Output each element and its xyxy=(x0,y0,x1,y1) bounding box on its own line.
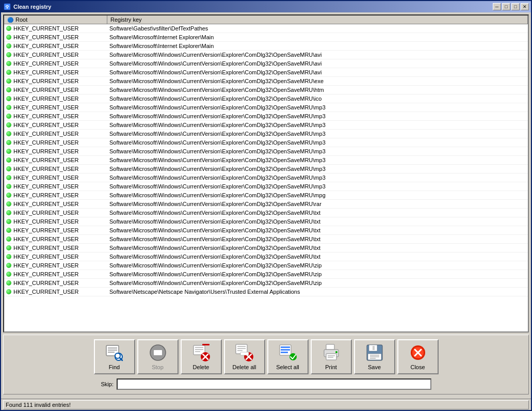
root-text: HKEY_CURRENT_USER xyxy=(13,34,79,40)
table-row[interactable]: HKEY_CURRENT_USER Software\Microsoft\Win… xyxy=(4,261,528,270)
row-key-cell: Software\Microsoft\Windows\CurrentVersio… xyxy=(107,271,528,277)
row-root-cell: HKEY_CURRENT_USER xyxy=(4,60,107,67)
row-root-cell: HKEY_CURRENT_USER xyxy=(4,227,107,233)
row-root-cell: HKEY_CURRENT_USER xyxy=(4,218,107,225)
row-key-cell: Software\Microsoft\Windows\CurrentVersio… xyxy=(107,78,528,84)
table-row[interactable]: HKEY_CURRENT_USER Software\Microsoft\Win… xyxy=(4,226,528,235)
status-dot xyxy=(6,140,11,145)
status-dot xyxy=(6,166,11,171)
row-key-cell: Software\Microsoft\Internet Explorer\Mai… xyxy=(107,34,528,40)
table-row[interactable]: HKEY_CURRENT_USER Software\Microsoft\Win… xyxy=(4,209,528,217)
root-text: HKEY_CURRENT_USER xyxy=(13,104,79,110)
table-row[interactable]: HKEY_CURRENT_USER Software\Microsoft\Win… xyxy=(4,244,528,252)
table-row[interactable]: HKEY_CURRENT_USER Software\Microsoft\Int… xyxy=(4,42,528,51)
row-root-cell: HKEY_CURRENT_USER xyxy=(4,201,107,207)
root-text: HKEY_CURRENT_USER xyxy=(13,113,79,119)
svg-rect-40 xyxy=(373,346,375,350)
registry-list-panel: 🔵 Root Registry key HKEY_CURRENT_USER So… xyxy=(3,14,529,333)
svg-point-1 xyxy=(7,7,8,9)
status-dot xyxy=(6,70,11,75)
skip-input[interactable] xyxy=(117,378,431,390)
table-row[interactable]: HKEY_CURRENT_USER Software\Microsoft\Win… xyxy=(4,103,528,112)
table-row[interactable]: HKEY_CURRENT_USER Software\Netscape\Nets… xyxy=(4,288,528,296)
table-row[interactable]: HKEY_CURRENT_USER Software\Microsoft\Win… xyxy=(4,68,528,77)
table-row[interactable]: HKEY_CURRENT_USER Software\Microsoft\Win… xyxy=(4,200,528,209)
table-row[interactable]: HKEY_CURRENT_USER Software\Microsoft\Win… xyxy=(4,270,528,279)
root-text: HKEY_CURRENT_USER xyxy=(13,280,79,286)
list-header: 🔵 Root Registry key xyxy=(4,15,528,24)
row-key-cell: Software\Microsoft\Windows\CurrentVersio… xyxy=(107,192,528,198)
delete-all-button[interactable]: Delete all xyxy=(224,339,265,374)
stop-label: Stop xyxy=(152,364,164,370)
table-row[interactable]: HKEY_CURRENT_USER Software\Microsoft\Win… xyxy=(4,121,528,130)
table-row[interactable]: HKEY_CURRENT_USER Software\Microsoft\Win… xyxy=(4,235,528,244)
find-label: Find xyxy=(109,364,120,370)
table-row[interactable]: HKEY_CURRENT_USER Software\Microsoft\Win… xyxy=(4,94,528,103)
root-text: HKEY_CURRENT_USER xyxy=(13,183,79,189)
table-row[interactable]: HKEY_CURRENT_USER Software\Microsoft\Win… xyxy=(4,217,528,226)
table-row[interactable]: HKEY_CURRENT_USER Software\Microsoft\Win… xyxy=(4,147,528,156)
svg-rect-18 xyxy=(202,344,209,345)
row-root-cell: HKEY_CURRENT_USER xyxy=(4,245,107,251)
root-text: HKEY_CURRENT_USER xyxy=(13,218,79,225)
list-body[interactable]: HKEY_CURRENT_USER Software\Gabest\vsfilt… xyxy=(4,24,528,331)
root-text: HKEY_CURRENT_USER xyxy=(13,210,79,216)
table-row[interactable]: HKEY_CURRENT_USER Software\Microsoft\Win… xyxy=(4,165,528,173)
status-dot xyxy=(6,52,11,57)
table-row[interactable]: HKEY_CURRENT_USER Software\Microsoft\Win… xyxy=(4,252,528,261)
table-row[interactable]: HKEY_CURRENT_USER Software\Microsoft\Win… xyxy=(4,59,528,68)
status-dot xyxy=(6,245,11,250)
table-row[interactable]: HKEY_CURRENT_USER Software\Microsoft\Win… xyxy=(4,77,528,86)
status-dot xyxy=(6,35,11,40)
table-row[interactable]: HKEY_CURRENT_USER Software\Microsoft\Win… xyxy=(4,182,528,191)
maximize-button[interactable]: □ xyxy=(511,3,520,10)
row-root-cell: HKEY_CURRENT_USER xyxy=(4,271,107,277)
row-root-cell: HKEY_CURRENT_USER xyxy=(4,87,107,93)
row-root-cell: HKEY_CURRENT_USER xyxy=(4,157,107,163)
svg-rect-26 xyxy=(240,352,249,355)
restore-button[interactable]: □ xyxy=(502,3,510,10)
row-root-cell: HKEY_CURRENT_USER xyxy=(4,104,107,110)
window-controls: ─ □ □ ✕ xyxy=(493,3,529,10)
status-dot xyxy=(6,122,11,128)
table-row[interactable]: HKEY_CURRENT_USER Software\Microsoft\Win… xyxy=(4,112,528,121)
status-dot xyxy=(6,157,11,163)
table-row[interactable]: HKEY_CURRENT_USER Software\Gabest\vsfilt… xyxy=(4,24,528,33)
root-text: HKEY_CURRENT_USER xyxy=(13,192,79,198)
title-bar: Clean registry ─ □ □ ✕ xyxy=(1,1,531,12)
row-key-cell: Software\Microsoft\Internet Explorer\Mai… xyxy=(107,43,528,49)
save-button[interactable]: Save xyxy=(354,339,395,374)
table-row[interactable]: HKEY_CURRENT_USER Software\Microsoft\Int… xyxy=(4,33,528,42)
delete-button[interactable]: Delete xyxy=(181,339,222,374)
find-button[interactable]: Find xyxy=(94,339,135,374)
select-all-button[interactable]: Select all xyxy=(267,339,309,374)
app-icon xyxy=(3,3,11,11)
stop-button[interactable]: Stop xyxy=(137,339,179,374)
row-key-cell: Software\Microsoft\Windows\CurrentVersio… xyxy=(107,104,528,110)
table-row[interactable]: HKEY_CURRENT_USER Software\Microsoft\Win… xyxy=(4,173,528,182)
find-icon xyxy=(105,343,124,362)
row-key-cell: Software\Microsoft\Windows\CurrentVersio… xyxy=(107,262,528,268)
minimize-button[interactable]: ─ xyxy=(493,3,501,10)
root-text: HKEY_CURRENT_USER xyxy=(13,201,79,207)
row-key-cell: Software\Microsoft\Windows\CurrentVersio… xyxy=(107,175,528,181)
root-text: HKEY_CURRENT_USER xyxy=(13,254,79,260)
svg-rect-10 xyxy=(154,350,162,355)
table-row[interactable]: HKEY_CURRENT_USER Software\Microsoft\Win… xyxy=(4,156,528,165)
row-key-cell: Software\Microsoft\Windows\CurrentVersio… xyxy=(107,113,528,119)
table-row[interactable]: HKEY_CURRENT_USER Software\Microsoft\Win… xyxy=(4,191,528,200)
root-text: HKEY_CURRENT_USER xyxy=(13,262,79,268)
table-row[interactable]: HKEY_CURRENT_USER Software\Microsoft\Win… xyxy=(4,51,528,59)
table-row[interactable]: HKEY_CURRENT_USER Software\Microsoft\Win… xyxy=(4,86,528,94)
table-row[interactable]: HKEY_CURRENT_USER Software\Microsoft\Win… xyxy=(4,130,528,138)
row-key-cell: Software\Microsoft\Windows\CurrentVersio… xyxy=(107,52,528,58)
row-root-cell: HKEY_CURRENT_USER xyxy=(4,254,107,260)
close-window-button[interactable]: ✕ xyxy=(521,3,529,10)
table-row[interactable]: HKEY_CURRENT_USER Software\Microsoft\Win… xyxy=(4,138,528,147)
row-key-cell: Software\Microsoft\Windows\CurrentVersio… xyxy=(107,227,528,233)
print-button[interactable]: Print xyxy=(311,339,352,374)
table-row[interactable]: HKEY_CURRENT_USER Software\Microsoft\Win… xyxy=(4,279,528,288)
row-root-cell: HKEY_CURRENT_USER xyxy=(4,122,107,128)
status-dot xyxy=(6,272,11,277)
close-button[interactable]: Close xyxy=(397,339,439,374)
